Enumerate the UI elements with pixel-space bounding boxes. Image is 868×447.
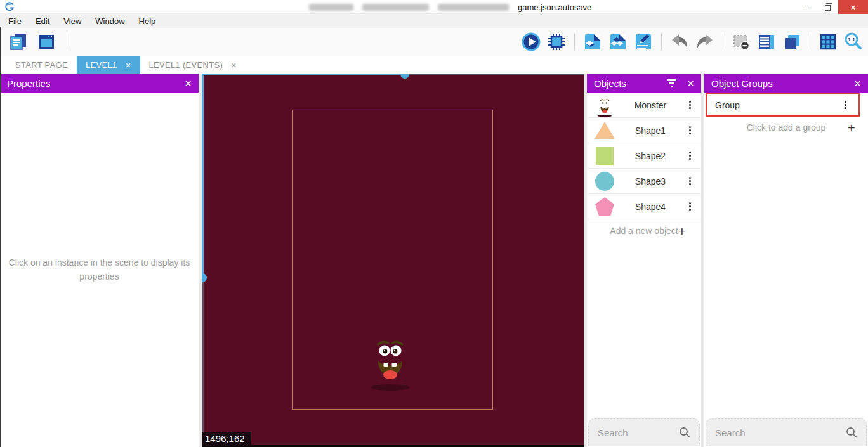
circle-thumbnail-icon [593,172,616,191]
restore-icon [825,5,831,11]
tabbar: START PAGE LEVEL1 × LEVEL1 (EVENTS) × [0,56,868,74]
toolbar-divider [723,34,723,50]
object-name: Shape1 [616,126,685,136]
menu-help[interactable]: Help [132,14,163,28]
resize-handle-left[interactable] [202,273,207,282]
minimize-button[interactable]: – [796,0,817,14]
close-icon[interactable]: × [185,77,192,89]
project-manager-icon [9,32,28,51]
tab-level1[interactable]: LEVEL1 × [77,56,140,74]
add-group-button[interactable]: Click to add a group + [704,117,868,138]
pentagon-thumbnail-icon [593,197,616,216]
monster-thumbnail-icon [593,93,616,117]
undo-button[interactable] [669,31,690,53]
menu-file[interactable]: File [1,14,29,28]
kebab-menu-icon[interactable] [685,152,695,160]
object-groups-panel: Object Groups × Group Click to add a gro… [704,74,868,447]
properties-panel-header: Properties × [0,74,199,93]
properties-hint-text: Click on an instance in the scene to dis… [4,256,195,283]
object-name: Monster [616,100,685,110]
project-manager-button[interactable] [8,31,29,53]
kebab-menu-icon[interactable] [685,126,695,134]
menubar: File Edit View Window Help [0,14,868,28]
tab-start-page[interactable]: START PAGE [6,56,77,74]
close-icon: × [851,3,856,12]
instances-list-icon [757,32,776,51]
object-name: Shape3 [616,176,685,186]
plus-icon: + [848,121,855,134]
restore-button[interactable] [817,0,838,14]
group-row-selected[interactable]: Group [706,93,860,117]
scene-boundary-top [202,74,405,75]
layers-editor-button[interactable] [781,31,803,53]
debug-icon [547,32,566,51]
kebab-menu-icon[interactable] [685,177,695,185]
object-row-shape2[interactable]: Shape2 [587,143,701,169]
zoom-original-button[interactable]: 1:1 [843,31,864,53]
scene-boundary-left [202,74,204,278]
resize-handle-top[interactable] [400,74,409,79]
menu-edit[interactable]: Edit [29,14,56,28]
object-row-shape1[interactable]: Shape1 [587,118,701,143]
toggle-mask-button[interactable] [730,31,752,53]
object-row-monster[interactable]: Monster [587,93,701,118]
instances-list-button[interactable] [756,31,777,53]
close-icon[interactable]: × [687,77,694,89]
object-groups-editor-icon [608,32,628,51]
scene-editor-icon [37,32,56,51]
tab-close-icon[interactable]: × [125,60,131,70]
object-groups-panel-header: Object Groups × [704,74,868,93]
monster-instance[interactable] [367,324,413,391]
tab-close-icon[interactable]: × [231,60,237,70]
menu-window[interactable]: Window [88,14,131,28]
tab-label: LEVEL1 [86,60,117,70]
object-groups-panel-title: Object Groups [711,78,844,89]
properties-editor-button[interactable] [633,31,654,53]
objects-panel-title: Objects [594,78,667,89]
kebab-menu-icon[interactable] [685,101,695,109]
add-new-object-button[interactable]: Add a new object + [587,219,701,242]
objects-editor-button[interactable] [582,31,603,53]
kebab-menu-icon[interactable] [685,202,695,211]
redo-icon [695,32,714,51]
object-row-shape4[interactable]: Shape4 [587,194,701,219]
triangle-thumbnail-icon [593,122,616,139]
properties-panel: Properties × Click on an instance in the… [0,74,199,447]
redo-button[interactable] [694,31,716,53]
object-groups-editor-button[interactable] [607,31,629,53]
scene-boundary-left-shadow [202,278,204,447]
close-icon[interactable]: × [854,77,861,89]
window-title: game.json.autosave [309,0,591,14]
menu-view[interactable]: View [56,14,88,28]
filter-icon[interactable] [667,79,677,87]
properties-editor-icon [634,32,653,51]
objects-search-card [588,418,700,446]
tab-level1-events[interactable]: LEVEL1 (EVENTS) × [140,56,246,74]
redacted-path-segment [362,4,429,11]
close-window-button[interactable]: × [838,0,868,14]
cursor-coordinates: 1496;162 [202,432,251,446]
properties-panel-title: Properties [7,78,174,89]
play-button[interactable] [520,31,542,53]
toolbar-divider [661,34,662,50]
groups-search-input[interactable] [715,427,846,438]
add-group-label: Click to add a group [747,122,826,133]
zoom-1-1-icon: 1:1 [843,32,864,52]
grid-button[interactable] [817,31,839,53]
object-row-shape3[interactable]: Shape3 [587,169,701,194]
window-title-text: game.json.autosave [518,3,591,12]
layers-icon [782,32,801,51]
workspace: Properties × Click on an instance in the… [0,74,868,447]
toolbar-divider [574,34,575,50]
scene-canvas[interactable]: 1496;162 [202,74,584,447]
svg-text:1:1: 1:1 [848,37,855,42]
debug-button[interactable] [546,31,567,53]
add-object-label: Add a new object [610,226,678,236]
object-name: Shape2 [616,151,685,161]
square-thumbnail-icon [593,147,616,165]
scene-editor-button[interactable] [36,31,57,53]
play-icon [521,32,541,52]
kebab-menu-icon[interactable] [840,101,850,109]
objects-search-input[interactable] [598,427,679,438]
minimize-icon: – [805,3,809,12]
